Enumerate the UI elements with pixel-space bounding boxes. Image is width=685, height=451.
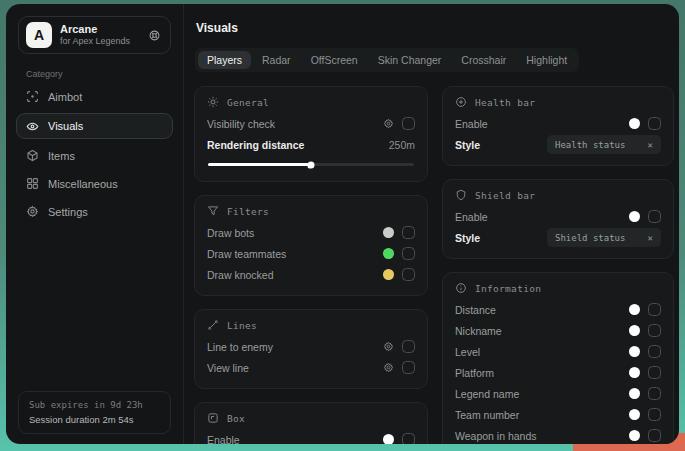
- color-swatch[interactable]: [383, 434, 394, 444]
- tab-radar[interactable]: Radar: [253, 51, 300, 69]
- app-logo: A: [26, 22, 52, 48]
- sidebar-item-settings[interactable]: Settings: [16, 200, 173, 223]
- row-label: Legend name: [455, 388, 519, 400]
- settings-gear-icon[interactable]: [383, 118, 394, 129]
- draw-bots-row: Draw bots: [207, 222, 415, 243]
- sidebar-item-miscellaneous[interactable]: Miscellaneous: [16, 172, 173, 195]
- view-line-row: View line: [207, 357, 415, 378]
- legend-name-row: Legend name: [455, 383, 661, 404]
- sun-icon: [207, 96, 219, 108]
- distance-checkbox[interactable]: [648, 303, 661, 316]
- box-enable-checkbox[interactable]: [402, 433, 415, 444]
- row-label: Style: [455, 232, 480, 244]
- tab-skin-changer[interactable]: Skin Changer: [369, 51, 451, 69]
- panel-title: Filters: [227, 206, 269, 217]
- color-swatch[interactable]: [629, 388, 640, 399]
- platform-checkbox[interactable]: [648, 366, 661, 379]
- team-number-checkbox[interactable]: [648, 408, 661, 421]
- sidebar-item-label: Items: [48, 150, 75, 162]
- color-swatch[interactable]: [629, 367, 640, 378]
- sidebar-item-items[interactable]: Items: [16, 144, 173, 167]
- panel-box: Box Enable Enable background: [194, 402, 428, 444]
- sidebar-nav: Aimbot Visuals Items: [6, 85, 183, 223]
- box-enable-row: Enable: [207, 429, 415, 444]
- draw-teammates-row: Draw teammates: [207, 243, 415, 264]
- clear-icon[interactable]: ✕: [648, 140, 653, 150]
- health-icon: [455, 96, 467, 108]
- row-label: Nickname: [455, 325, 502, 337]
- gear-icon: [26, 205, 39, 218]
- settings-gear-icon[interactable]: [383, 362, 394, 373]
- color-swatch[interactable]: [629, 211, 640, 222]
- draw-teammates-checkbox[interactable]: [402, 247, 415, 260]
- level-checkbox[interactable]: [648, 345, 661, 358]
- app-window: A Arcane for Apex Legends Category: [6, 4, 679, 444]
- shield-enable-row: Enable: [455, 206, 661, 227]
- health-style-select[interactable]: Health status ✕: [547, 135, 661, 154]
- gear-icon[interactable]: [148, 29, 161, 42]
- panel-lines: Lines Line to enemy: [194, 309, 428, 389]
- level-row: Level: [455, 341, 661, 362]
- row-label: Draw bots: [207, 227, 254, 239]
- slider-thumb[interactable]: [308, 161, 315, 168]
- row-label: View line: [207, 362, 249, 374]
- color-swatch[interactable]: [629, 346, 640, 357]
- eye-icon: [26, 120, 39, 133]
- subscription-status-card: Sub expires in 9d 23h Session duration 2…: [18, 391, 171, 434]
- color-swatch[interactable]: [629, 304, 640, 315]
- tab-players[interactable]: Players: [198, 51, 251, 69]
- weapon-in-hands-row: Weapon in hands: [455, 425, 661, 444]
- panel-title: Lines: [227, 320, 257, 331]
- platform-row: Platform: [455, 362, 661, 383]
- row-label: Line to enemy: [207, 341, 273, 353]
- distance-row: Distance: [455, 299, 661, 320]
- health-enable-checkbox[interactable]: [648, 117, 661, 130]
- line-to-enemy-checkbox[interactable]: [402, 340, 415, 353]
- row-label: Visibility check: [207, 118, 275, 130]
- settings-gear-icon[interactable]: [383, 341, 394, 352]
- view-line-checkbox[interactable]: [402, 361, 415, 374]
- color-swatch[interactable]: [383, 269, 394, 280]
- tab-highlight[interactable]: Highlight: [517, 51, 576, 69]
- team-number-row: Team number: [455, 404, 661, 425]
- rendering-distance-value: 250m: [389, 139, 415, 151]
- grid-icon: [26, 177, 39, 190]
- color-swatch[interactable]: [629, 430, 640, 441]
- weapon-in-hands-checkbox[interactable]: [648, 429, 661, 442]
- legend-name-checkbox[interactable]: [648, 387, 661, 400]
- color-swatch[interactable]: [629, 118, 640, 129]
- color-swatch[interactable]: [629, 409, 640, 420]
- shield-style-select[interactable]: Shield status ✕: [547, 228, 661, 247]
- shield-enable-checkbox[interactable]: [648, 210, 661, 223]
- rendering-distance-row: Rendering distance 250m: [207, 134, 415, 155]
- tab-crosshair[interactable]: Crosshair: [452, 51, 515, 69]
- clear-icon[interactable]: ✕: [648, 233, 653, 243]
- funnel-icon: [207, 205, 219, 217]
- health-style-row: Style Health status ✕: [455, 134, 661, 155]
- draw-knocked-checkbox[interactable]: [402, 268, 415, 281]
- shield-icon: [455, 189, 467, 201]
- color-swatch[interactable]: [383, 227, 394, 238]
- line-to-enemy-row: Line to enemy: [207, 336, 415, 357]
- draw-bots-checkbox[interactable]: [402, 226, 415, 239]
- tab-offscreen[interactable]: OffScreen: [302, 51, 367, 69]
- row-label: Team number: [455, 409, 519, 421]
- rendering-distance-slider[interactable]: [208, 163, 414, 166]
- panel-general: General Visibility check: [194, 86, 428, 182]
- sidebar-item-visuals[interactable]: Visuals: [16, 113, 173, 139]
- category-label: Category: [26, 69, 183, 79]
- sidebar-item-label: Aimbot: [48, 91, 82, 103]
- nickname-checkbox[interactable]: [648, 324, 661, 337]
- sidebar: A Arcane for Apex Legends Category: [6, 4, 184, 444]
- select-value: Health status: [555, 140, 625, 150]
- sidebar-item-label: Miscellaneous: [48, 178, 118, 190]
- sidebar-item-aimbot[interactable]: Aimbot: [16, 85, 173, 108]
- row-label: Weapon in hands: [455, 430, 537, 442]
- sidebar-item-label: Visuals: [48, 120, 83, 132]
- main-content: Visuals Players Radar OffScreen Skin Cha…: [184, 4, 679, 444]
- row-label: Level: [455, 346, 480, 358]
- color-swatch[interactable]: [629, 325, 640, 336]
- visibility-check-row: Visibility check: [207, 113, 415, 134]
- visibility-check-checkbox[interactable]: [402, 117, 415, 130]
- color-swatch[interactable]: [383, 248, 394, 259]
